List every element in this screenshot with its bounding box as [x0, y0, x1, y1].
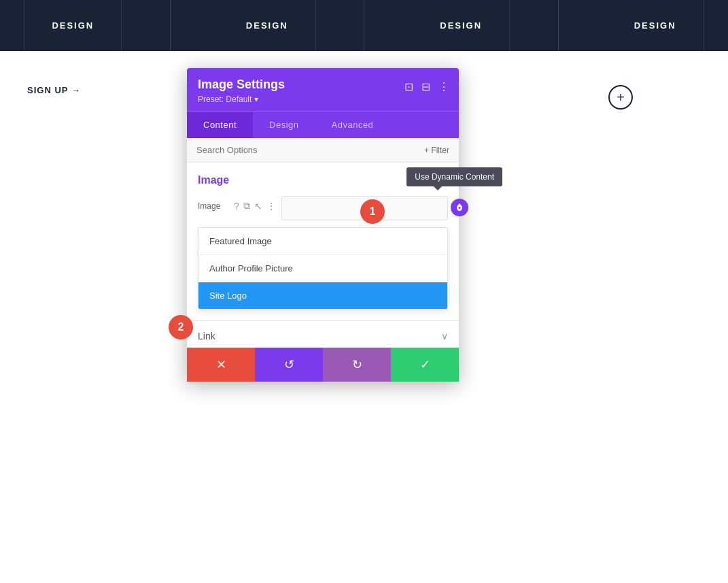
- bottom-toolbar: ✕ ↺ ↻ ✓: [187, 348, 459, 382]
- panel-header: Image Settings Preset: Default ▾ ⊡ ⊟ ⋮: [187, 68, 459, 111]
- filter-button[interactable]: + Filter: [424, 146, 449, 155]
- tab-bar: Content Design Advanced: [187, 111, 459, 138]
- dropdown-item-author[interactable]: Author Profile Picture: [198, 255, 447, 282]
- section-title: Image: [198, 174, 229, 186]
- panel-preset[interactable]: Preset: Default ▾: [198, 95, 448, 104]
- help-icon[interactable]: ?: [234, 201, 239, 212]
- options-icon[interactable]: ⋮: [266, 201, 276, 212]
- split-icon[interactable]: ⊟: [421, 80, 430, 93]
- nav-item-3[interactable]: DESIGN: [413, 0, 510, 51]
- main-area: SIGN UP → + D Image Settings Preset: Def…: [0, 51, 728, 583]
- image-field-row: Image ? ⧉ ↖ ⋮ Use Dynamic Content: [198, 196, 448, 220]
- tab-design[interactable]: Design: [253, 112, 315, 138]
- resize-icon[interactable]: ⊡: [404, 80, 413, 93]
- dropdown-item-featured[interactable]: Featured Image: [198, 228, 447, 255]
- image-field-icons: ? ⧉ ↖ ⋮: [234, 196, 276, 212]
- more-icon[interactable]: ⋮: [438, 80, 449, 93]
- link-title: Link: [198, 331, 215, 342]
- search-bar: + Filter: [187, 138, 459, 163]
- step-badge-2: 2: [169, 315, 193, 339]
- redo-icon: ↻: [352, 357, 362, 372]
- nav-item-2[interactable]: DESIGN: [219, 0, 316, 51]
- sign-up-link[interactable]: SIGN UP →: [27, 85, 81, 95]
- tooltip: Use Dynamic Content: [406, 167, 502, 186]
- undo-icon: ↺: [284, 357, 294, 372]
- confirm-icon: ✓: [420, 357, 430, 372]
- dynamic-content-button[interactable]: [451, 199, 468, 216]
- tab-advanced[interactable]: Advanced: [315, 112, 390, 138]
- plus-button[interactable]: +: [608, 85, 633, 110]
- svg-point-2: [459, 207, 461, 209]
- step-badge-1: 1: [360, 199, 385, 224]
- dropdown-item-site-logo[interactable]: Site Logo: [198, 282, 447, 309]
- nav-item-4[interactable]: DESIGN: [607, 0, 704, 51]
- close-button[interactable]: ✕: [187, 348, 255, 382]
- redo-button[interactable]: ↻: [323, 348, 391, 382]
- settings-panel: Image Settings Preset: Default ▾ ⊡ ⊟ ⋮ C…: [187, 68, 459, 382]
- copy-icon[interactable]: ⧉: [243, 200, 250, 212]
- image-field-label: Image: [198, 196, 228, 211]
- confirm-button[interactable]: ✓: [391, 348, 459, 382]
- cursor-icon[interactable]: ↖: [254, 201, 262, 212]
- panel-header-icons: ⊡ ⊟ ⋮: [404, 80, 449, 93]
- dropdown-list: Featured Image Author Profile Picture Si…: [198, 227, 448, 310]
- undo-button[interactable]: ↺: [255, 348, 323, 382]
- link-section[interactable]: Link ∨: [187, 320, 459, 351]
- nav-item-1[interactable]: DESIGN: [24, 0, 122, 51]
- tab-content[interactable]: Content: [187, 112, 253, 138]
- top-nav: DESIGN DESIGN DESIGN DESIGN: [0, 0, 728, 51]
- link-chevron-icon: ∨: [441, 331, 448, 342]
- panel-body: Image ∧ ⋮ Image ? ⧉ ↖ ⋮ Use Dynam: [187, 163, 459, 320]
- close-icon: ✕: [216, 357, 226, 372]
- nav-divider-3: [558, 0, 559, 51]
- nav-divider-1: [170, 0, 171, 51]
- nav-divider-2: [364, 0, 364, 51]
- search-input[interactable]: [196, 145, 424, 155]
